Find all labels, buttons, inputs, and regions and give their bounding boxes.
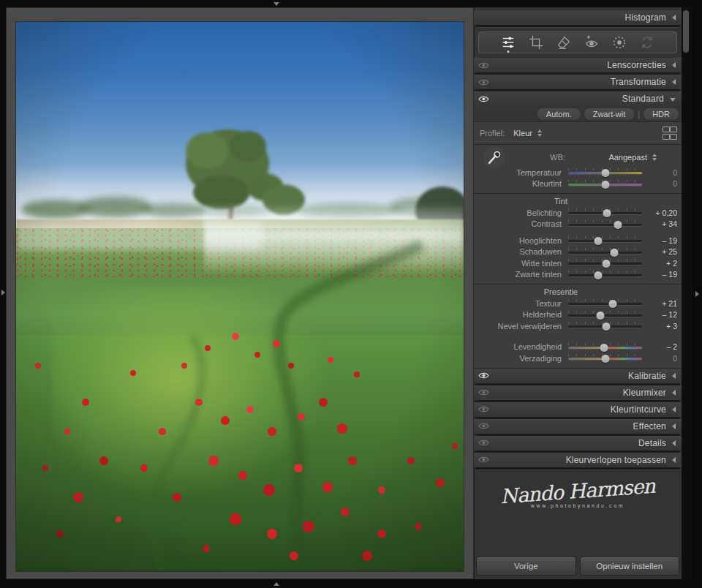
panel-title: Kleurtintcurve xyxy=(491,404,672,415)
slider-track[interactable] xyxy=(568,321,642,331)
panel-header-histogram[interactable]: Histogram xyxy=(474,10,682,25)
slider-track[interactable] xyxy=(568,258,642,268)
slider-track[interactable] xyxy=(568,353,642,363)
collapse-arrow-icon xyxy=(672,15,676,20)
slider-track[interactable] xyxy=(568,235,642,245)
eye-icon[interactable] xyxy=(478,78,491,86)
collapse-arrow-icon xyxy=(672,423,676,429)
slider-label: Temperatuur xyxy=(480,168,568,177)
slider-thumb[interactable] xyxy=(597,312,605,320)
panel-title: Lenscorrecties xyxy=(491,60,672,70)
previous-button[interactable]: Vorige xyxy=(476,557,576,576)
hdr-button[interactable]: HDR xyxy=(644,108,679,120)
slider-row-schaduwen: Schaduwen + 25 xyxy=(474,246,682,258)
slider-thumb[interactable] xyxy=(601,355,609,363)
sync-icon[interactable] xyxy=(638,34,656,51)
photographer-signature: Nando Harmsen www.photobynando.com xyxy=(474,480,682,508)
slider-track[interactable] xyxy=(568,298,642,308)
slider-track[interactable] xyxy=(568,219,642,229)
slider-thumb[interactable] xyxy=(601,169,609,177)
profile-value: Kleur xyxy=(513,129,532,137)
wb-eyedropper-icon[interactable] xyxy=(480,145,509,170)
slider-value: + 21 xyxy=(642,299,677,308)
auto-button[interactable]: Autom. xyxy=(537,108,581,120)
image-viewer-area xyxy=(6,7,474,579)
basic-panel-content: Autom. Zwart-wit | HDR Profiel: Kleur xyxy=(474,106,682,369)
eye-icon[interactable] xyxy=(478,456,491,464)
slider-track[interactable] xyxy=(568,247,642,257)
panel-header-kleurmixer[interactable]: Kleurmixer xyxy=(474,385,682,400)
masking-icon[interactable] xyxy=(611,34,628,51)
slider-thumb[interactable] xyxy=(602,260,610,268)
panel-header-effecten[interactable]: Effecten xyxy=(474,419,682,434)
eye-icon[interactable] xyxy=(478,422,491,430)
panel-header-transformatie[interactable]: Transformatie xyxy=(474,75,682,89)
slider-track[interactable] xyxy=(568,342,642,352)
wb-dropdown[interactable]: Aangepast xyxy=(608,153,657,162)
slider-thumb[interactable] xyxy=(601,181,609,189)
slider-value: + 25 xyxy=(642,247,677,256)
panel-header-standaard[interactable]: Standaard xyxy=(474,91,682,106)
slider-value: + 3 xyxy=(642,322,677,331)
slider-thumb[interactable] xyxy=(594,237,602,245)
slider-track[interactable] xyxy=(568,208,642,217)
panel-header-kalibratie[interactable]: Kalibratie xyxy=(474,369,682,383)
show-left-panel-arrow-icon[interactable] xyxy=(1,290,5,295)
sliders-icon[interactable] xyxy=(499,34,517,51)
slider-row-kleurtint: Kleurtint 0 xyxy=(474,178,682,190)
slider-row-zwarte-tinten: Zwarte tinten – 19 xyxy=(474,269,682,281)
slider-thumb[interactable] xyxy=(594,271,602,279)
panel-title: Histogram xyxy=(491,12,672,23)
slider-track[interactable] xyxy=(568,310,642,320)
slider-value: – 19 xyxy=(642,236,677,245)
eye-icon[interactable] xyxy=(478,95,491,103)
collapse-arrow-icon xyxy=(672,440,676,446)
show-top-panel-arrow-icon[interactable] xyxy=(273,2,279,6)
slider-label: Textuur xyxy=(480,299,568,308)
redeye-icon[interactable] xyxy=(583,34,600,51)
profile-dropdown[interactable]: Kleur xyxy=(513,129,542,137)
slider-thumb[interactable] xyxy=(603,323,611,331)
slider-thumb[interactable] xyxy=(603,209,611,217)
panel-header-lenscorrecties[interactable]: Lenscorrecties xyxy=(474,58,682,72)
crop-icon[interactable] xyxy=(527,34,545,51)
slider-value: 0 xyxy=(642,354,677,363)
eye-icon[interactable] xyxy=(478,388,491,396)
slider-row-nevel-verwijderen: Nevel verwijderen + 3 xyxy=(474,320,682,332)
presence-section-title: Presentie xyxy=(474,286,682,298)
slider-row-textuur: Textuur + 21 xyxy=(474,298,682,309)
slider-track[interactable] xyxy=(568,270,642,279)
profile-browser-icon[interactable] xyxy=(663,127,676,140)
presence-block: Presentie Textuur + 21 Helderheid – 12 N… xyxy=(474,284,682,369)
slider-track[interactable] xyxy=(568,179,642,189)
eraser-icon[interactable] xyxy=(555,34,573,51)
divider xyxy=(475,25,680,27)
collapse-arrow-icon xyxy=(672,457,676,463)
eye-icon[interactable] xyxy=(478,61,491,69)
panel-header-details[interactable]: Details xyxy=(474,436,682,451)
slider-track[interactable] xyxy=(568,167,642,177)
eye-icon[interactable] xyxy=(478,439,491,447)
reset-button[interactable]: Opnieuw instellen xyxy=(580,557,680,576)
panel-header-kleurtintcurve[interactable]: Kleurtintcurve xyxy=(474,402,682,417)
slider-value: 0 xyxy=(642,179,677,188)
scrollbar-thumb[interactable] xyxy=(683,10,689,53)
eye-icon[interactable] xyxy=(478,405,491,413)
slider-thumb[interactable] xyxy=(614,221,622,229)
slider-value: + 2 xyxy=(642,259,677,268)
slider-thumb[interactable] xyxy=(611,249,619,257)
hide-right-panel-arrow-icon[interactable] xyxy=(695,291,699,297)
tone-block: Tint Belichting + 0,20 Contrast + 34 Hoo… xyxy=(474,194,682,284)
tool-strip xyxy=(478,31,677,53)
show-bottom-panel-arrow-icon[interactable] xyxy=(273,582,279,586)
slider-value: + 34 xyxy=(642,219,677,228)
mode-button-row: Autom. Zwart-wit | HDR xyxy=(474,106,682,122)
eye-icon[interactable] xyxy=(478,372,491,380)
photo-canvas[interactable] xyxy=(16,22,464,571)
slider-thumb[interactable] xyxy=(600,344,608,352)
slider-thumb[interactable] xyxy=(609,300,617,308)
slider-row-contrast: Contrast + 34 xyxy=(474,219,682,230)
black-white-button[interactable]: Zwart-wit xyxy=(584,108,635,120)
slider-row-temperatuur: Temperatuur 0 xyxy=(474,167,682,178)
panel-header-kleurverlopen-toepassen[interactable]: Kleurverlopen toepassen xyxy=(474,453,682,467)
